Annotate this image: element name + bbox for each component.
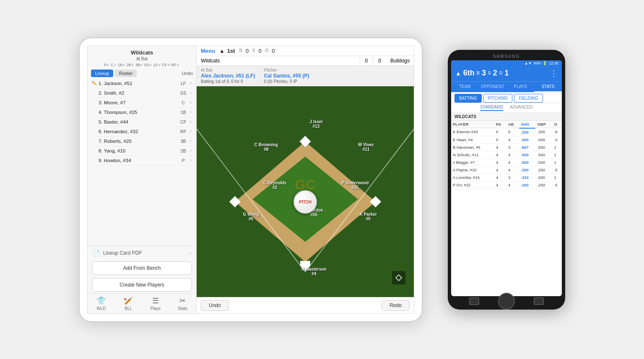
cell-o: .0: [553, 136, 562, 143]
lineup-item-4[interactable]: 4. Thompson, #25 1B ≡: [91, 108, 193, 117]
cell-obp: .500: [535, 158, 552, 166]
undo-game-button[interactable]: Undo: [201, 300, 229, 311]
nav-wld-label: WLD: [96, 306, 106, 311]
lineup-item-6[interactable]: 6. Hernandez, #32 RF ≡: [91, 127, 193, 137]
lineup-item-7[interactable]: 7. Roberts, #20 3B ≡: [91, 137, 193, 146]
col-player: PLAYER: [451, 121, 494, 128]
phone-b-label: B: [477, 71, 480, 75]
tab-stats[interactable]: STATS: [534, 82, 562, 92]
inning-arrow-icon: ▲: [219, 48, 225, 54]
nav-plays-label: Plays: [151, 306, 161, 311]
cell-ab: 4: [506, 166, 519, 173]
stats-table: PLAYER PA AB AVG OBP O K Esernio #20 5 5…: [451, 121, 562, 189]
lineup-item-3[interactable]: 3. Moore, #7 C ≡: [91, 98, 193, 108]
back-button[interactable]: [469, 297, 479, 305]
away-team: Bulldogs: [386, 56, 414, 65]
standard-tabs: STANDARD ADVANCED: [451, 103, 562, 113]
cell-player: J Blaggs, #7: [451, 158, 494, 166]
nav-stats[interactable]: ✂ Stats: [170, 296, 195, 311]
tab-opponent[interactable]: OPPONENT: [479, 82, 506, 92]
table-row: J Blaggs, #7 4 4 .500 .500 1: [451, 158, 562, 166]
lineup-tabs: Lineup Roster Undo: [88, 68, 196, 79]
lineup-item-5[interactable]: 5. Baxter, #44 CF ≡: [91, 117, 193, 127]
cell-o: .6: [553, 128, 562, 136]
tab-team[interactable]: TEAM: [451, 82, 479, 92]
cell-player: P DV, #22: [451, 181, 494, 189]
home-score-2: 0: [373, 56, 386, 65]
pitcher-label: Pitcher: [264, 68, 309, 72]
edit-icon: ✏️: [92, 81, 97, 85]
cell-ab: 3: [506, 173, 519, 181]
nav-plays[interactable]: ☰ Plays: [143, 296, 168, 311]
batting-tab[interactable]: BATTING: [454, 94, 482, 103]
lineup-item-9[interactable]: 9. Howton, #34 P ≡: [91, 156, 193, 165]
pdf-label: Lineup Card PDF: [103, 250, 142, 256]
svg-text:GC: GC: [295, 176, 316, 192]
phone-score: ▲ 6th B 3 S 2 O 1: [455, 69, 509, 77]
cell-avg: .500: [519, 151, 535, 158]
scoreboard: Wildcats 0 0 Bulldogs: [197, 56, 414, 66]
lineup-item-8[interactable]: 8. Yang, #10 2B ≡: [91, 146, 193, 156]
redo-game-button[interactable]: Redo: [382, 300, 410, 311]
lineup-tab[interactable]: Lineup: [91, 70, 113, 77]
filter-cf[interactable]: CF✓: [162, 63, 171, 67]
add-from-bench-button[interactable]: Add From Bench: [92, 261, 192, 275]
pdf-arrow-icon: ›: [190, 250, 191, 256]
lineup-item-2[interactable]: 2. Smith, #2 SS ≡: [91, 88, 193, 98]
pitching-tab[interactable]: PITCHING: [483, 94, 513, 103]
filter-lf[interactable]: LF✓: [153, 63, 161, 67]
nav-wld[interactable]: 👕 WLD: [88, 296, 114, 311]
filter-2b[interactable]: 2B✓: [127, 63, 135, 67]
more-options-icon[interactable]: ⋮: [550, 69, 558, 78]
table-row: K Esernio #20 5 5 .200 .200 .6: [451, 128, 562, 136]
wifi-icon: WiFi: [533, 61, 541, 65]
batter-sub: Batting 1st of 9, 0 for 0: [201, 79, 255, 84]
team-name: Wildcats: [88, 46, 196, 57]
phone-o-val: 1: [505, 69, 509, 77]
menu-button[interactable]: Menu: [201, 48, 215, 54]
b-value: 0: [246, 48, 249, 54]
fielding-tab[interactable]: FIELDING: [514, 94, 543, 103]
roster-tab[interactable]: Roster: [115, 70, 137, 77]
cell-o: 1: [553, 158, 562, 166]
filter-rf[interactable]: RF✓: [171, 63, 180, 67]
at-bat-label: At Bat: [201, 68, 255, 72]
pitch-button[interactable]: PITCH: [293, 190, 317, 214]
lineup-item-1[interactable]: ✏️ 1. Jackson, #51 LF ≡: [91, 79, 193, 88]
batter-name: Alex Jackson, #51 (LF): [201, 73, 255, 79]
cell-ab: 4: [506, 136, 519, 143]
phone-home-bar: [451, 296, 562, 306]
standard-tab[interactable]: STANDARD: [480, 105, 503, 111]
phone-nav-tabs: TEAM OPPONENT PLAYS STATS: [451, 81, 562, 92]
cell-o: .5: [553, 181, 562, 189]
recent-apps-button[interactable]: [534, 297, 544, 305]
phone-header: ▲ 6th B 3 S 2 O 1 ⋮: [451, 66, 562, 81]
filter-ss[interactable]: SS✓: [144, 63, 153, 67]
tab-plays[interactable]: PLAYS: [506, 82, 534, 92]
table-row: B Hausman, #5 4 3 .667 .500 1: [451, 143, 562, 151]
home-button[interactable]: [498, 293, 515, 310]
undo-button[interactable]: Undo: [182, 71, 193, 76]
cell-pa: 5: [494, 136, 506, 143]
filter-3b[interactable]: 3B✓: [135, 63, 143, 67]
lineup-card-pdf[interactable]: 📄 Lineup Card PDF ›: [88, 246, 196, 260]
stats-scroll-area[interactable]: PLAYER PA AB AVG OBP O K Esernio #20 5 5…: [451, 121, 562, 296]
cell-obp: .250: [535, 181, 552, 189]
filter-p[interactable]: P✓: [104, 63, 110, 67]
filter-1b[interactable]: 1B✓: [118, 63, 126, 67]
create-new-players-button[interactable]: Create New Players: [92, 278, 192, 292]
cell-avg: .000: [519, 136, 535, 143]
o-label: O: [265, 48, 269, 54]
field-view-toggle[interactable]: [392, 271, 405, 284]
cell-obp: .250: [535, 166, 552, 173]
cell-player: A Loomba, #15: [451, 173, 494, 181]
tablet: Wildcats At Bat P✓ C✓ 1B✓ 2B✓ 3B✓ SS✓ LF…: [79, 37, 423, 322]
phone-o-label: O: [499, 71, 503, 75]
nav-bll[interactable]: 🏏 BLL: [116, 296, 141, 311]
cell-obp: .000: [535, 136, 552, 143]
advanced-tab[interactable]: ADVANCED: [510, 105, 533, 111]
s-value: 0: [259, 48, 262, 54]
bottom-nav: 👕 WLD 🏏 BLL ☰ Plays ✂ Stats: [88, 293, 196, 313]
filter-c[interactable]: C✓: [111, 63, 117, 67]
table-row: A Loomba, #15 4 3 .333 .500 1: [451, 173, 562, 181]
